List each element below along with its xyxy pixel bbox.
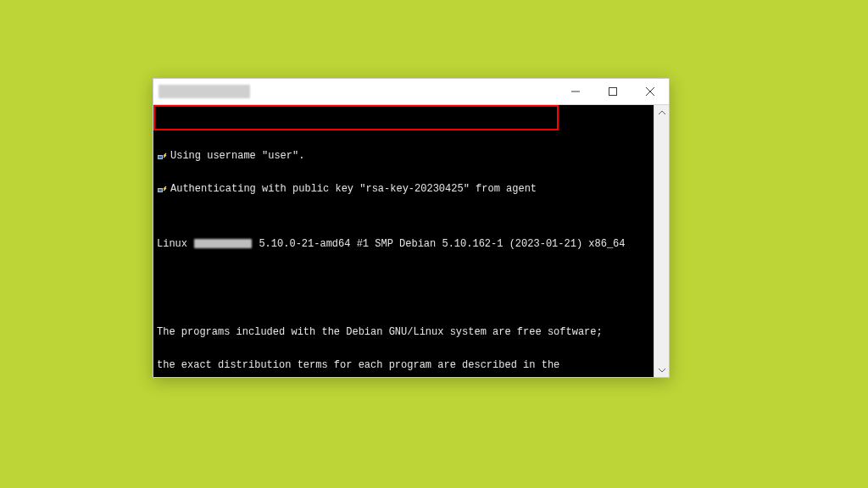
svg-rect-2	[159, 156, 162, 158]
titlebar[interactable]	[153, 79, 669, 105]
auth-line-2: Authenticating with public key "rsa-key-…	[157, 184, 650, 195]
kernel-suffix: 5.10.0-21-amd64 #1 SMP Debian 5.10.162-1…	[253, 239, 625, 250]
close-button[interactable]	[632, 79, 669, 104]
maximize-button[interactable]	[594, 79, 632, 104]
chevron-down-icon	[659, 367, 665, 374]
close-icon	[646, 87, 654, 96]
scroll-up-button[interactable]	[654, 105, 669, 119]
auth-text-1: Using username "user".	[170, 151, 304, 162]
terminal[interactable]: Using username "user". Authenticating wi…	[153, 105, 654, 377]
motd-line: the exact distribution terms for each pr…	[157, 360, 650, 371]
auth-text-2: Authenticating with public key "rsa-key-…	[170, 184, 537, 195]
client-area: Using username "user". Authenticating wi…	[153, 105, 669, 377]
putty-icon	[157, 184, 170, 195]
auth-line-1: Using username "user".	[157, 151, 650, 162]
window-title-redacted	[159, 85, 250, 98]
minimize-icon	[571, 87, 580, 96]
putty-icon	[157, 151, 170, 162]
auth-highlight-box	[153, 105, 559, 130]
blank-line	[157, 283, 650, 294]
putty-window: Using username "user". Authenticating wi…	[153, 78, 670, 378]
terminal-viewport[interactable]: Using username "user". Authenticating wi…	[153, 105, 654, 377]
scroll-down-button[interactable]	[654, 363, 669, 377]
minimize-button[interactable]	[557, 79, 594, 104]
svg-rect-0	[609, 88, 617, 96]
kernel-hostname-redacted	[194, 239, 252, 248]
kernel-prefix: Linux	[157, 239, 193, 250]
motd-line: The programs included with the Debian GN…	[157, 327, 650, 338]
chevron-up-icon	[659, 109, 665, 116]
vertical-scrollbar[interactable]	[654, 105, 669, 377]
svg-rect-4	[159, 189, 162, 191]
kernel-line: Linux 5.10.0-21-amd64 #1 SMP Debian 5.10…	[157, 239, 650, 250]
maximize-icon	[609, 87, 617, 96]
